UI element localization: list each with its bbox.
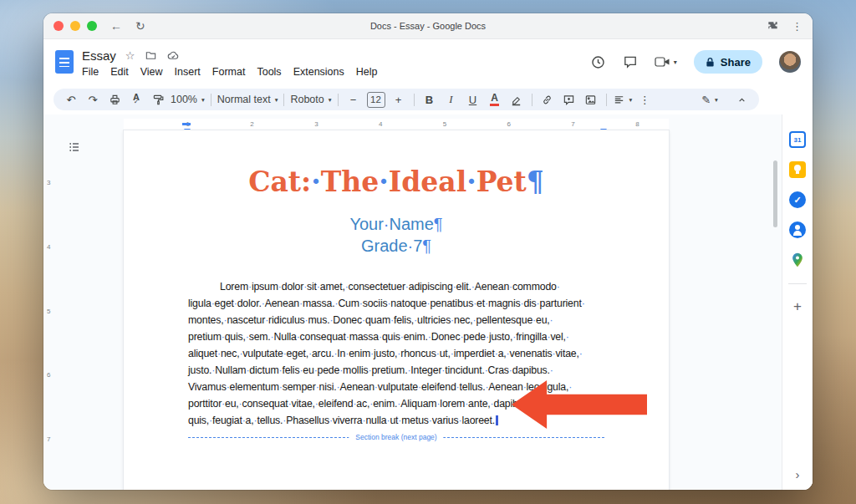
share-button[interactable]: Share — [694, 50, 762, 74]
ruler-number: 5 — [443, 120, 446, 128]
body-text-line: aliquet·nec,·vulputate·eget,·arcu.·In·en… — [188, 345, 604, 362]
back-button[interactable]: ← — [110, 20, 122, 32]
more-toolbar-options-button[interactable]: ⋮ — [634, 90, 655, 109]
menu-extensions[interactable]: Extensions — [288, 65, 350, 79]
space-mark: · — [537, 298, 540, 309]
spellcheck-button[interactable]: A✓ — [125, 90, 147, 109]
text-cursor — [496, 415, 498, 425]
undo-button[interactable]: ↶ — [60, 90, 82, 109]
paint-roller-icon — [152, 94, 165, 106]
font-size-increase-button[interactable]: + — [388, 90, 410, 109]
meet-button[interactable]: ▾ — [655, 56, 677, 68]
hide-side-panel-button[interactable]: › — [782, 467, 813, 481]
get-addons-button[interactable]: + — [793, 299, 802, 313]
document-title[interactable]: Essay — [82, 48, 116, 63]
minimize-button[interactable] — [70, 21, 80, 31]
editing-mode-button[interactable]: ✎ ▾ — [699, 90, 721, 109]
header-main: Essay ☆ FileEditViewInsertFormatToolsExt… — [82, 46, 384, 79]
space-mark: · — [329, 415, 333, 426]
add-comment-button[interactable] — [558, 90, 580, 109]
first-line-indent-marker[interactable] — [182, 123, 191, 125]
maximize-button[interactable] — [87, 21, 97, 31]
space-mark: · — [334, 298, 338, 309]
tasks-icon[interactable]: ✓ — [789, 191, 806, 208]
space-mark: · — [429, 415, 432, 426]
cloud-status-icon[interactable] — [166, 49, 180, 62]
space-mark: · — [368, 364, 371, 376]
show-outline-button[interactable] — [66, 139, 83, 155]
contacts-icon[interactable] — [789, 221, 806, 238]
print-button[interactable] — [104, 90, 125, 109]
align-button[interactable]: ▾ — [611, 90, 634, 109]
space-mark: · — [473, 298, 476, 309]
space-mark: · — [374, 381, 378, 393]
close-button[interactable] — [54, 21, 64, 31]
space-mark: · — [299, 298, 303, 309]
font-size-decrease-button[interactable]: − — [343, 90, 364, 109]
space-mark: · — [532, 314, 536, 326]
avatar[interactable] — [779, 51, 801, 73]
font-select[interactable]: Roboto ▾ — [288, 90, 333, 109]
toolbar-separator — [211, 94, 211, 106]
space-mark: · — [491, 398, 494, 410]
space-mark: · — [234, 298, 237, 309]
browser-menu-button[interactable]: ⋮ — [792, 20, 802, 33]
maps-icon[interactable] — [789, 252, 806, 268]
text-color-button[interactable]: A — [484, 90, 506, 109]
paragraph-style-select[interactable]: Normal text ▾ — [216, 90, 280, 109]
extensions-icon[interactable] — [767, 20, 779, 33]
font-size-field[interactable]: 12 — [367, 92, 385, 108]
space-mark: · — [370, 348, 374, 359]
reload-button[interactable]: ↻ — [135, 20, 145, 32]
hide-menus-button[interactable] — [731, 90, 752, 109]
document-scrollbar[interactable] — [773, 160, 777, 227]
space-mark: · — [254, 415, 257, 426]
menu-help[interactable]: Help — [350, 65, 384, 79]
space-mark: · — [384, 215, 390, 233]
body-text-line: Lorem·ipsum·dolor·sit·amet,·consectetuer… — [188, 278, 604, 295]
space-mark: · — [353, 398, 356, 410]
version-history-icon[interactable] — [590, 54, 606, 70]
zoom-select[interactable]: 100% ▾ — [169, 90, 206, 109]
space-mark: · — [362, 415, 365, 426]
menu-file[interactable]: File — [76, 65, 104, 79]
insert-image-button[interactable] — [580, 90, 602, 109]
chevron-down-icon: ▾ — [715, 96, 718, 104]
document-page[interactable]: Cat:·The·Ideal·Pet¶ Your·Name¶ Grade·7¶ … — [124, 130, 669, 490]
insert-link-button[interactable] — [537, 90, 558, 109]
space-mark: · — [507, 348, 510, 359]
space-mark: · — [239, 398, 242, 410]
space-mark: · — [246, 331, 249, 343]
space-mark: · — [557, 281, 560, 293]
space-mark: · — [239, 348, 242, 359]
bold-button[interactable]: B — [419, 90, 441, 109]
vertical-ruler[interactable]: 34567 — [43, 130, 55, 490]
menu-format[interactable]: Format — [206, 65, 252, 79]
space-mark: · — [211, 298, 215, 309]
toolbar-separator — [338, 94, 339, 106]
body-text-line: justo.·Nullam·dictum·felis·eu·pede·molli… — [188, 362, 604, 379]
horizontal-ruler[interactable]: 12345678 — [43, 119, 781, 130]
keep-icon[interactable] — [789, 161, 806, 178]
highlight-color-button[interactable] — [506, 90, 527, 109]
italic-button[interactable]: I — [441, 90, 462, 109]
google-docs-icon[interactable] — [55, 50, 74, 74]
menu-insert[interactable]: Insert — [169, 65, 206, 79]
move-folder-icon[interactable] — [145, 49, 157, 62]
space-mark: · — [334, 348, 337, 359]
underline-button[interactable]: U — [462, 90, 484, 109]
redo-button[interactable]: ↷ — [82, 90, 104, 109]
menu-view[interactable]: View — [135, 65, 169, 79]
space-mark: · — [547, 331, 550, 343]
paint-format-button[interactable] — [147, 90, 169, 109]
pilcrow-mark: ¶ — [422, 237, 431, 255]
space-mark: · — [242, 415, 246, 426]
header-actions: ▾ Share — [590, 50, 801, 74]
menu-edit[interactable]: Edit — [104, 65, 135, 79]
star-icon[interactable]: ☆ — [125, 49, 135, 62]
comments-icon[interactable] — [623, 54, 638, 69]
browser-titlebar: ← ↻ Docs - Essay - Google Docs ⋮ — [43, 13, 813, 39]
calendar-icon[interactable]: 31 — [789, 131, 806, 148]
menu-tools[interactable]: Tools — [251, 65, 287, 79]
panel-divider — [788, 283, 807, 284]
